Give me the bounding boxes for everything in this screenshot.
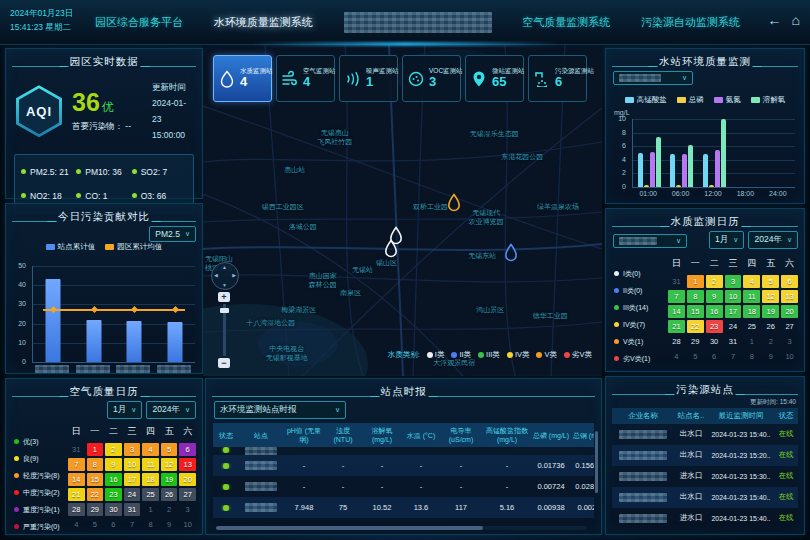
calendar-day[interactable]: 10 (781, 350, 798, 363)
calendar-day[interactable]: 17 (725, 305, 742, 318)
nav-tab-0[interactable]: 园区综合服务平台 (95, 15, 183, 30)
zoom-thumb[interactable] (220, 308, 229, 313)
calendar-day[interactable]: 9 (706, 290, 723, 303)
table-row[interactable]: 出水口2024-01-23 15:40..在线 (612, 487, 798, 508)
calendar-day[interactable]: 29 (687, 335, 704, 348)
calendar-day[interactable]: 16 (706, 305, 723, 318)
calendar-day[interactable]: 8 (743, 350, 760, 363)
bar-2-1[interactable] (709, 185, 714, 187)
report-type-select[interactable]: 水环境监测站点时报∨ (214, 401, 346, 419)
calendar-day[interactable]: 3 (781, 335, 798, 348)
calendar-day[interactable]: 18 (743, 305, 760, 318)
calendar-day[interactable]: 4 (68, 518, 85, 531)
calendar-day[interactable]: 31 (68, 443, 85, 456)
nav-tab-2[interactable]: 空气质量监测系统 (522, 15, 610, 30)
bar-station-0[interactable] (46, 279, 61, 362)
calendar-day[interactable]: 1 (687, 275, 704, 288)
calendar-day[interactable]: 3 (179, 503, 196, 516)
calendar-day[interactable]: 9 (161, 518, 178, 531)
calendar-day[interactable]: 3 (124, 443, 141, 456)
calendar-day[interactable]: 3 (725, 275, 742, 288)
station-type-button-5[interactable]: 污染源监测站6 (528, 55, 587, 102)
month-select[interactable]: 1月∨ (709, 231, 744, 249)
calendar-day[interactable]: 25 (743, 320, 760, 333)
calendar-day[interactable]: 31 (668, 275, 685, 288)
calendar-day[interactable]: 10 (124, 458, 141, 471)
calendar-day[interactable]: 25 (142, 488, 159, 501)
calendar-day[interactable]: 1 (743, 335, 760, 348)
calendar-day[interactable]: 21 (668, 320, 685, 333)
calendar-day[interactable]: 6 (706, 350, 723, 363)
calendar-day[interactable]: 5 (161, 443, 178, 456)
calendar-day[interactable]: 27 (179, 488, 196, 501)
horizontal-scrollbar[interactable] (216, 526, 587, 530)
bar-0-0[interactable] (638, 153, 643, 187)
calendar-day[interactable]: 7 (725, 350, 742, 363)
calendar-day[interactable]: 4 (668, 350, 685, 363)
zoom-in-button[interactable]: + (218, 292, 230, 302)
calendar-day[interactable]: 5 (762, 275, 779, 288)
bar-station-3[interactable] (167, 322, 182, 362)
bar-1-2[interactable] (682, 154, 687, 187)
bar-0-1[interactable] (644, 185, 649, 187)
calendar-day[interactable]: 28 (68, 503, 85, 516)
calendar-day[interactable]: 30 (706, 335, 723, 348)
water-station-marker-orange[interactable] (446, 193, 462, 213)
station-select[interactable]: ∨ (613, 234, 687, 248)
calendar-day[interactable]: 15 (87, 473, 104, 486)
calendar-day[interactable]: 13 (781, 290, 798, 303)
calendar-day[interactable]: 15 (687, 305, 704, 318)
calendar-day[interactable]: 10 (179, 518, 196, 531)
calendar-day[interactable]: 1 (142, 503, 159, 516)
table-row[interactable]: 进水口2024-01-23 15:40..在线 (612, 508, 798, 529)
calendar-day[interactable]: 31 (124, 503, 141, 516)
calendar-day[interactable]: 29 (87, 503, 104, 516)
pan-left-icon[interactable]: ◀ (214, 272, 218, 278)
map-compass-control[interactable]: ▲ ▼ ◀ ▶ (211, 262, 239, 290)
table-row[interactable]: 7.9487510.5213.61175.160.009380.002685.5… (213, 497, 594, 518)
calendar-day[interactable]: 4 (142, 443, 159, 456)
calendar-day[interactable]: 27 (781, 320, 798, 333)
calendar-day[interactable]: 13 (179, 458, 196, 471)
station-select[interactable]: ∨ (613, 71, 693, 85)
calendar-day[interactable]: 2 (161, 503, 178, 516)
calendar-day[interactable]: 12 (762, 290, 779, 303)
calendar-day[interactable]: 12 (161, 458, 178, 471)
calendar-day[interactable]: 28 (668, 335, 685, 348)
calendar-day[interactable]: 20 (781, 305, 798, 318)
calendar-day[interactable]: 7 (668, 290, 685, 303)
bar-0-3[interactable] (656, 137, 661, 187)
bar-2-0[interactable] (703, 154, 708, 187)
table-row[interactable] (213, 447, 594, 455)
nav-tab-3[interactable]: 污染源自动监测系统 (641, 15, 740, 30)
pan-up-icon[interactable]: ▲ (222, 264, 227, 270)
bar-1-0[interactable] (670, 154, 675, 187)
table-row[interactable]: 进水口2024-01-23 15:30..在线 (612, 466, 798, 487)
scrollbar-thumb[interactable] (216, 526, 483, 530)
vertical-scrollbar[interactable] (595, 431, 598, 493)
calendar-day[interactable]: 14 (68, 473, 85, 486)
home-icon[interactable]: ⌂ (792, 12, 800, 28)
bar-0-2[interactable] (650, 152, 655, 187)
calendar-day[interactable]: 17 (124, 473, 141, 486)
calendar-day[interactable]: 1 (87, 443, 104, 456)
calendar-day[interactable]: 22 (87, 488, 104, 501)
calendar-day[interactable]: 10 (725, 290, 742, 303)
calendar-day[interactable]: 2 (706, 275, 723, 288)
city-map[interactable]: 水质监测站4空气监测站4噪声监测站1VOC监测站3微站监测站65污染源监测站6 … (203, 44, 602, 376)
bar-station-2[interactable] (127, 321, 142, 362)
calendar-day[interactable]: 16 (105, 473, 122, 486)
calendar-day[interactable]: 26 (762, 320, 779, 333)
nav-tab-1[interactable]: 水环境质量监测系统 (214, 15, 313, 30)
calendar-day[interactable]: 20 (179, 473, 196, 486)
calendar-day[interactable]: 11 (142, 458, 159, 471)
calendar-day[interactable]: 6 (179, 443, 196, 456)
table-row[interactable]: ------0.007240.028493- (213, 476, 594, 497)
calendar-day[interactable]: 9 (762, 350, 779, 363)
station-type-button-4[interactable]: 微站监测站65 (465, 55, 524, 102)
calendar-day[interactable]: 9 (105, 458, 122, 471)
calendar-day[interactable]: 5 (687, 350, 704, 363)
calendar-day[interactable]: 23 (706, 320, 723, 333)
table-row[interactable]: 出水口2024-01-23 15:40..在线 (612, 424, 798, 445)
calendar-day[interactable]: 30 (105, 503, 122, 516)
